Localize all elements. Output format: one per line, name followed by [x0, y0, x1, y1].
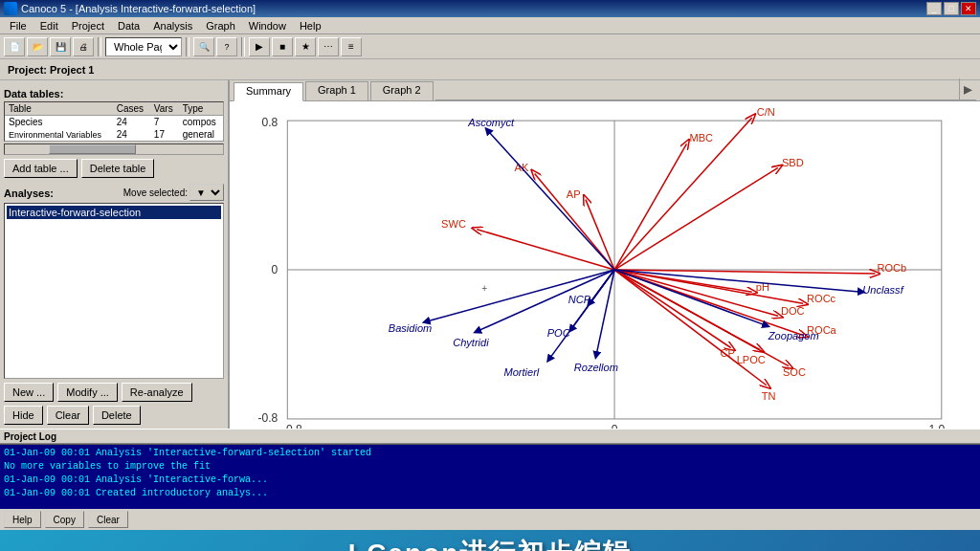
analyses-section: Analyses: Move selected: ▼ Interactive-f… — [4, 184, 224, 425]
log-section: Project Log 01-Jan-09 00:01 Analysis 'In… — [0, 429, 980, 530]
help-btn[interactable]: ? — [216, 37, 237, 56]
project-label: Project: Project 1 — [8, 64, 94, 76]
table-row[interactable]: Environmental Variables 24 17 general — [5, 128, 223, 141]
menu-project[interactable]: Project — [66, 19, 110, 33]
data-tables-container: Table Cases Vars Type Species 24 7 compo… — [4, 101, 224, 142]
tabs-scroll-btn[interactable]: ▸ — [959, 78, 976, 100]
svg-text:Unclassf: Unclassf — [862, 284, 904, 296]
menu-graph[interactable]: Graph — [200, 19, 241, 33]
log-title: Project Log — [4, 431, 56, 442]
analyses-title: Analyses: — [4, 187, 54, 199]
tabs-bar: Summary Graph 1 Graph 2 ▸ — [230, 80, 980, 101]
hide-btn[interactable]: Hide — [4, 406, 43, 425]
zoom-in-btn[interactable]: 🔍 — [193, 37, 214, 56]
log-help-btn[interactable]: Help — [4, 511, 41, 528]
move-selected-label: Move selected: — [123, 187, 188, 198]
svg-text:0: 0 — [612, 423, 618, 429]
log-clear-btn[interactable]: Clear — [88, 511, 128, 528]
wave-right: 〜〜~ — [911, 541, 961, 552]
svg-text:SOC: SOC — [783, 366, 806, 378]
menu-file[interactable]: File — [4, 19, 33, 33]
re-analyze-btn[interactable]: Re-analyze — [122, 383, 192, 402]
extra-btn1[interactable]: ★ — [295, 37, 316, 56]
run-btn[interactable]: ▶ — [249, 37, 270, 56]
extra-btn3[interactable]: ≡ — [341, 37, 362, 56]
modify-btn[interactable]: Modify ... — [57, 383, 118, 402]
svg-text:1.0: 1.0 — [928, 423, 945, 429]
whole-page-dropdown[interactable]: Whole Page — [105, 37, 182, 56]
svg-text:-0.8: -0.8 — [257, 411, 278, 425]
tab-graph1[interactable]: Graph 1 — [305, 81, 368, 100]
analyses-listbox[interactable]: Interactive-forward-selection — [4, 203, 224, 379]
row-cases: 24 — [113, 116, 150, 129]
svg-text:ROCb: ROCb — [877, 262, 906, 274]
open-btn[interactable]: 📂 — [27, 37, 48, 56]
wave-left: ~〜〜 — [19, 541, 69, 552]
tab-graph2[interactable]: Graph 2 — [370, 81, 434, 100]
window-controls[interactable]: _ □ ✕ — [926, 2, 976, 15]
sep1 — [98, 37, 101, 56]
minimize-btn[interactable]: _ — [926, 2, 942, 15]
app-icon — [4, 2, 17, 15]
menu-help[interactable]: Help — [294, 19, 327, 33]
clear-btn[interactable]: Clear — [47, 406, 89, 425]
plot-svg: 0.8 0 -0.8 -0.8 0 1.0 — [230, 101, 980, 429]
svg-text:0: 0 — [272, 263, 278, 276]
row-table-name: Environmental Variables — [5, 128, 113, 141]
bottom-overlay: ~〜〜 I.Canon进行初步编辑 〜〜~ — [0, 530, 980, 551]
svg-text:POC: POC — [547, 327, 571, 339]
log-line-1: 01-Jan-09 00:01 Analysis 'Interactive-fo… — [4, 447, 976, 460]
move-dropdown[interactable]: ▼ — [189, 184, 224, 201]
svg-text:Rozellom: Rozellom — [574, 362, 618, 373]
delete-btn[interactable]: Delete — [93, 406, 141, 425]
row-table-name: Species — [5, 116, 113, 129]
svg-text:NCP: NCP — [568, 294, 591, 305]
svg-text:TN: TN — [762, 390, 776, 402]
right-content: Summary Graph 1 Graph 2 ▸ 0.8 0 — [230, 80, 980, 429]
col-table: Table — [5, 102, 113, 116]
svg-text:+: + — [481, 283, 487, 294]
col-type: Type — [179, 102, 223, 116]
log-panel: 01-Jan-09 00:01 Analysis 'Interactive-fo… — [0, 444, 980, 509]
svg-text:SBD: SBD — [782, 157, 804, 168]
save-btn[interactable]: 💾 — [50, 37, 71, 56]
svg-text:Zoopagom: Zoopagom — [768, 330, 819, 342]
new-analysis-btn[interactable]: New ... — [4, 383, 54, 402]
delete-table-btn[interactable]: Delete table — [81, 159, 155, 178]
tab-summary[interactable]: Summary — [234, 82, 303, 101]
svg-text:Ascomyct: Ascomyct — [467, 117, 515, 128]
overlay-text: I.Canon进行初步编辑 — [348, 536, 633, 551]
sep2 — [186, 37, 189, 56]
h-scrollbar[interactable] — [4, 143, 224, 155]
maximize-btn[interactable]: □ — [944, 2, 959, 15]
analysis-buttons: New ... Modify ... Re-analyze Hide Clear… — [4, 383, 224, 425]
svg-text:Basidiom: Basidiom — [389, 322, 432, 334]
menu-edit[interactable]: Edit — [34, 19, 64, 33]
close-btn[interactable]: ✕ — [961, 2, 976, 15]
analyses-header: Analyses: Move selected: ▼ — [4, 184, 224, 201]
left-panel: Data tables: Table Cases Vars Type Speci… — [0, 80, 230, 429]
print-btn[interactable]: 🖨 — [73, 37, 94, 56]
toolbar: 📄 📂 💾 🖨 Whole Page 🔍 ? ▶ ■ ★ ⋯ ≡ — [0, 34, 980, 59]
menu-data[interactable]: Data — [112, 19, 145, 33]
svg-text:C/N: C/N — [757, 106, 775, 118]
new-btn[interactable]: 📄 — [4, 37, 25, 56]
analysis-item[interactable]: Interactive-forward-selection — [7, 206, 221, 219]
menu-window[interactable]: Window — [243, 19, 292, 33]
extra-btn2[interactable]: ⋯ — [318, 37, 339, 56]
log-copy-btn[interactable]: Copy — [45, 511, 84, 528]
stop-btn[interactable]: ■ — [272, 37, 293, 56]
log-buttons: Help Copy Clear — [0, 509, 980, 530]
data-table: Table Cases Vars Type Species 24 7 compo… — [5, 102, 223, 141]
menu-analysis[interactable]: Analysis — [147, 19, 198, 33]
title-bar-text: Canoco 5 - [Analysis Interactive-forward… — [21, 3, 256, 14]
svg-text:MBC: MBC — [689, 132, 713, 143]
svg-text:AP: AP — [567, 188, 581, 200]
scrollbar-thumb — [49, 144, 136, 154]
add-table-btn[interactable]: Add table ... — [4, 159, 78, 178]
table-row[interactable]: Species 24 7 compos — [5, 116, 223, 129]
sep3 — [241, 37, 245, 56]
log-line-3: 01-Jan-09 00:01 Analysis 'Interactive-fo… — [4, 474, 976, 487]
row-vars: 7 — [150, 116, 179, 129]
log-line-4: 01-Jan-09 00:01 Created introductory ana… — [4, 487, 976, 500]
